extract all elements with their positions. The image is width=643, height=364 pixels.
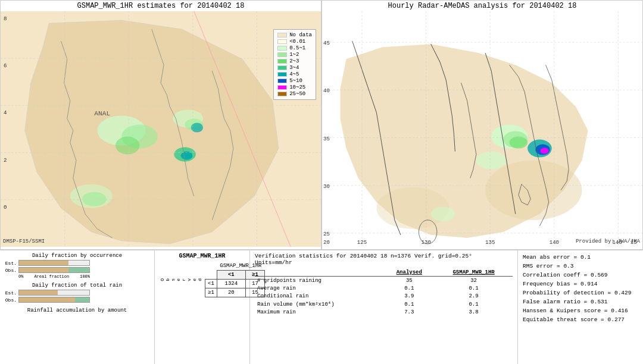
legend-item-05-1: 0.5~1 <box>277 45 312 51</box>
bottom-row: Daily fraction by occurrence Est. Obs. <box>0 250 643 364</box>
legend-item-2-3: 2~3 <box>277 58 312 64</box>
verif-gsmap-0: 32 <box>435 277 513 285</box>
provided-label: Provided by: JWA/JMA <box>576 239 640 244</box>
maps-row: GSMAP_MWR_1HR estimates for 20140402 18 <box>0 0 643 250</box>
svg-text:25: 25 <box>323 231 330 237</box>
obs-label: Obs. <box>4 268 17 273</box>
daily-fraction-rain-title: Daily fraction of total rain <box>4 283 151 288</box>
svg-text:8: 8 <box>4 15 7 22</box>
legend-label-4-5: 4~5 <box>289 71 299 77</box>
verif-panel: Verification statistics for 20140402 18 … <box>250 250 518 364</box>
verif-label-2: Conditional rain <box>255 293 384 300</box>
verif-row-2: Conditional rain 3.9 2.9 <box>255 293 513 300</box>
metric-1: RMS error = 0.3 <box>523 262 638 271</box>
svg-point-33 <box>510 137 527 149</box>
verif-row-4: Maximum rain 7.3 3.8 <box>255 309 513 316</box>
legend-item-lt001: <0.01 <box>277 39 312 45</box>
legend-panel: No data <0.01 0.5~1 1~2 <box>273 29 316 100</box>
svg-point-29 <box>485 161 582 220</box>
verif-analysed-3: 0.1 <box>384 300 435 309</box>
svg-text:6: 6 <box>4 62 7 69</box>
axis-areal: Areal fraction <box>34 274 69 279</box>
legend-label-3-4: 3~4 <box>289 65 299 71</box>
left-map-canvas: 8 6 4 2 0 ANAL No data <box>1 11 321 247</box>
metric-0: Mean abs error = 0.1 <box>523 253 638 262</box>
metric-3: Frequency bias = 0.914 <box>523 280 638 288</box>
right-map-canvas: 45 40 35 30 25 20 125 130 135 140 145 15… <box>322 11 642 247</box>
metric-5: False alarm ratio = 0.531 <box>523 297 638 306</box>
verif-row-0: # gridpoints raining 35 32 <box>255 277 513 285</box>
obs-bar-green <box>68 268 89 272</box>
verif-gsmap-3: 0.1 <box>435 300 513 309</box>
cont-val-20: 20 <box>217 288 245 297</box>
verif-label-3: Rain volume (mm*km²x10⁴) <box>255 300 384 309</box>
est-label: Est. <box>4 261 17 266</box>
svg-text:140: 140 <box>550 239 559 246</box>
axis-100pct: 100% <box>80 274 90 279</box>
legend-label-nodata: No data <box>289 32 312 38</box>
verif-analysed-2: 3.9 <box>384 293 435 300</box>
right-map-panel: Hourly Radar-AMeDAS analysis for 2014040… <box>322 0 643 250</box>
svg-text:2: 2 <box>4 157 7 164</box>
svg-text:0: 0 <box>4 204 7 211</box>
verif-label-0: # gridpoints raining <box>255 277 384 285</box>
left-map-title: GSMAP_MWR_1HR estimates for 20140402 18 <box>1 1 321 11</box>
verif-gsmap-2: 2.9 <box>435 293 513 300</box>
est-rain-track <box>18 290 90 296</box>
svg-point-37 <box>476 152 507 170</box>
legend-label-1-2: 1~2 <box>289 52 299 58</box>
est-rain-fill <box>19 290 58 295</box>
cont-table-wrapper: Observed GSMAP_MWR_1HR <1 ≥1 <box>158 262 246 297</box>
obs-rain-label: Obs. <box>4 297 17 303</box>
verif-row-1: Average rain 0.1 0.1 <box>255 285 513 293</box>
svg-text:35: 35 <box>323 136 330 142</box>
right-map-svg: 45 40 35 30 25 20 125 130 135 140 145 15 <box>322 11 642 247</box>
obs-rain-bar-row: Obs. <box>4 297 151 303</box>
svg-text:30: 30 <box>323 183 330 190</box>
verif-label-1: Average rain <box>255 285 384 293</box>
est-rain-bar-row: Est. <box>4 290 151 296</box>
main-container: GSMAP_MWR_1HR estimates for 20140402 18 <box>0 0 643 364</box>
cont-title: GSMAP_MWR_1HR <box>158 253 246 259</box>
verif-analysed-1: 0.1 <box>384 285 435 293</box>
cont-row-lt1-label: <1 <box>205 280 217 288</box>
obs-rain-tan <box>19 297 75 302</box>
legend-label-2-3: 2~3 <box>289 58 299 64</box>
legend-label-lt001: <0.01 <box>289 39 305 45</box>
obs-bar-track <box>18 267 90 273</box>
rainfall-accum-title: Rainfall accumulation by amount <box>4 307 151 313</box>
svg-point-38 <box>431 207 455 221</box>
est-bar-row: Est. <box>4 260 151 266</box>
obs-vertical-label: Observed <box>158 277 204 283</box>
verif-gsmap-1: 0.1 <box>435 285 513 293</box>
legend-item-nodata: No data <box>277 32 312 38</box>
satellite-label: DMSP-F15/SSMI <box>3 239 45 244</box>
verif-analysed-0: 35 <box>384 277 435 285</box>
daily-fraction-occurrence-title: Daily fraction by occurrence <box>4 253 151 259</box>
metrics-panel: Mean abs error = 0.1 RMS error = 0.3 Cor… <box>518 250 643 364</box>
legend-item-1-2: 1~2 <box>277 52 312 58</box>
verif-gsmap-4: 3.8 <box>435 309 513 316</box>
svg-point-36 <box>540 148 548 154</box>
cont-val-1324: 1324 <box>217 280 245 288</box>
svg-text:ANAL: ANAL <box>94 110 110 117</box>
svg-point-9 <box>82 192 107 206</box>
svg-text:20: 20 <box>323 239 330 246</box>
cont-col-lt1: <1 <box>217 271 245 280</box>
contingency-panel: GSMAP_MWR_1HR Observed GSMAP_MWR_1HR <1 … <box>155 250 250 364</box>
svg-text:135: 135 <box>485 239 495 246</box>
left-map-panel: GSMAP_MWR_1HR estimates for 20140402 18 <box>0 0 322 250</box>
legend-item-5-10: 5~10 <box>277 78 312 84</box>
metric-7: Equitable threat score = 0.277 <box>523 315 638 324</box>
left-stats-panel: Daily fraction by occurrence Est. Obs. <box>0 250 155 364</box>
bar-section-rain: Est. Obs. <box>4 290 151 303</box>
metric-6: Hanssen & Kuipers score = 0.416 <box>523 306 638 315</box>
legend-label-10-25: 10~25 <box>289 84 305 90</box>
legend-item-3-4: 3~4 <box>277 65 312 71</box>
cont-row-ge1-label: ≥1 <box>205 288 217 297</box>
est-bar-fill <box>19 261 68 265</box>
bar-axis-occurrence: 0% Areal fraction 100% <box>18 274 90 279</box>
verif-analysed-4: 7.3 <box>384 309 435 316</box>
metric-2: Correlation coeff = 0.569 <box>523 271 638 280</box>
verif-col-analysed: Analysed <box>384 268 435 277</box>
